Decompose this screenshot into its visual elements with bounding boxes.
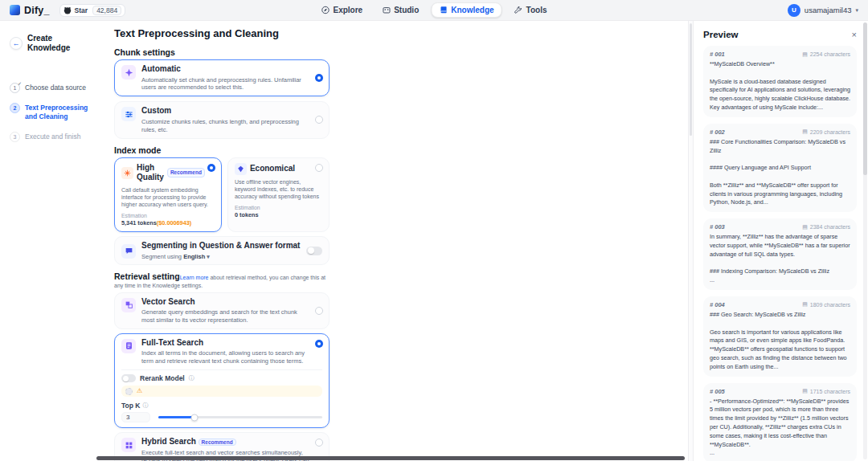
rerank-label: Rerank Model bbox=[140, 374, 185, 382]
tools-icon bbox=[514, 6, 523, 14]
vector-search-icon bbox=[121, 298, 136, 312]
chunk-id: # 001 bbox=[710, 51, 725, 58]
spinning-top-icon bbox=[235, 163, 247, 175]
github-icon bbox=[63, 6, 72, 14]
radio-custom[interactable] bbox=[315, 116, 323, 124]
option-title: Automatic bbox=[141, 64, 311, 75]
preview-chunk-3: # 003 ▤2384 characters In summary, **Zil… bbox=[703, 218, 857, 290]
language-select[interactable]: English ▾ bbox=[183, 253, 210, 260]
option-desc: Generate query embeddings and search for… bbox=[141, 308, 311, 324]
chunk-option-custom[interactable]: Custom Customize chunks rules, chunks le… bbox=[114, 101, 330, 138]
nav-studio[interactable]: Studio bbox=[375, 3, 426, 17]
index-option-economical[interactable]: Economical Use offline vector engines, k… bbox=[227, 157, 330, 233]
back-arrow-icon: ← bbox=[13, 39, 20, 47]
vertical-scrollbar-thumb[interactable] bbox=[690, 23, 692, 136]
chunk-option-automatic[interactable]: Automatic Automatically set chunk and pr… bbox=[114, 59, 330, 96]
option-desc: Use offline vector engines, keyword inde… bbox=[235, 178, 322, 201]
option-desc: Customize chunks rules, chunks length, a… bbox=[141, 118, 311, 134]
hybrid-search-icon bbox=[121, 438, 136, 452]
page-title: Text Preprocessing and Cleaning bbox=[114, 27, 330, 39]
vertical-scrollbar[interactable] bbox=[688, 21, 694, 461]
retrieval-option-fulltext-search[interactable]: Full-Text Search Index all terms in the … bbox=[114, 333, 330, 428]
back-row: ← Create Knowledge bbox=[10, 34, 88, 53]
close-icon[interactable]: × bbox=[852, 31, 857, 39]
topk-input[interactable]: 3 bbox=[121, 412, 150, 422]
nav-knowledge[interactable]: Knowledge bbox=[431, 2, 502, 18]
step-indicator: 3 bbox=[10, 132, 20, 142]
page-body: ← Create Knowledge 1✓ Choose data source… bbox=[0, 21, 868, 461]
topk-slider[interactable] bbox=[158, 414, 322, 422]
index-mode-options: High Quality Recommend Call default syst… bbox=[114, 157, 330, 233]
chunk-text: ### Core Functionalities Comparison: MyS… bbox=[710, 138, 850, 207]
dify-logo[interactable]: Dify_ bbox=[10, 5, 50, 16]
back-button[interactable]: ← bbox=[10, 37, 23, 50]
chunk-text: **MyScaleDB Overview** MyScale is a clou… bbox=[710, 60, 850, 112]
preview-scrollbar-thumb[interactable] bbox=[863, 22, 867, 175]
slider-fill bbox=[158, 416, 194, 418]
learn-more-link[interactable]: Learn more bbox=[180, 275, 209, 280]
preview-chunk-2: # 002 ▤2209 characters ### Core Function… bbox=[703, 124, 857, 212]
chunk-char-count: ▤2209 characters bbox=[802, 129, 850, 135]
preview-chunk-4: # 004 ▤1809 characters ### Geo Search: M… bbox=[703, 296, 857, 377]
index-option-high-quality[interactable]: High Quality Recommend Call default syst… bbox=[114, 157, 222, 233]
caret-down-icon: ▾ bbox=[207, 254, 210, 259]
user-menu[interactable]: U usamajamil43 ▾ bbox=[788, 4, 858, 17]
magic-wand-icon bbox=[121, 65, 136, 80]
step-choose-data-source: 1✓ Choose data source bbox=[10, 82, 88, 93]
horizontal-scrollbar[interactable] bbox=[96, 456, 685, 460]
create-knowledge-sidebar: ← Create Knowledge 1✓ Choose data source… bbox=[0, 21, 95, 461]
preview-scrollbar[interactable] bbox=[863, 22, 867, 459]
estimation-label: Estimation bbox=[121, 213, 215, 218]
rerank-toggle[interactable] bbox=[121, 374, 136, 382]
radio-fulltext-search[interactable] bbox=[315, 340, 323, 348]
estimation-value: 0 tokens bbox=[235, 211, 322, 218]
info-icon: ⓘ bbox=[189, 374, 194, 382]
radio-hybrid-search[interactable] bbox=[315, 439, 323, 447]
dify-logo-text: Dify_ bbox=[24, 5, 50, 16]
chunk-char-count: ▤2384 characters bbox=[802, 224, 850, 230]
characters-icon: ▤ bbox=[802, 301, 808, 308]
chunk-char-count: ▤1809 characters bbox=[802, 301, 850, 308]
warning-icon: ⚠ bbox=[137, 388, 142, 394]
topk-label: Top K bbox=[121, 402, 140, 410]
rerank-model-warning[interactable]: ⚠ bbox=[121, 386, 322, 397]
preview-panel: Preview × # 001 ▤2254 characters **MySca… bbox=[694, 21, 868, 461]
chunk-text: ### Geo Search: MyScaleDB vs Zilliz Geo … bbox=[710, 311, 850, 372]
qa-segmenting-card[interactable]: Segmenting in Question & Answer format S… bbox=[114, 236, 330, 265]
info-icon: ⓘ bbox=[142, 402, 148, 410]
chunk-id: # 002 bbox=[710, 129, 725, 136]
option-title: Hybrid Search Recommend bbox=[141, 437, 311, 447]
radio-automatic[interactable] bbox=[315, 74, 323, 82]
github-star-count: 42,884 bbox=[92, 6, 121, 15]
github-star-label: Star bbox=[75, 6, 88, 14]
option-title: Economical bbox=[250, 164, 295, 174]
user-name: usamajamil43 bbox=[805, 6, 852, 14]
explore-icon bbox=[321, 6, 330, 14]
step-indicator: 1✓ bbox=[10, 83, 20, 93]
option-title: High Quality bbox=[137, 163, 164, 183]
estimation-label: Estimation bbox=[235, 205, 322, 210]
top-header: Dify_ Star 42,884 Explore Studio Knowled… bbox=[0, 0, 868, 21]
retrieval-setting-heading: Retrieval settingLearn more about retrie… bbox=[114, 271, 330, 290]
slider-knob[interactable] bbox=[190, 414, 198, 421]
step-text-preprocessing: 2 Text Preprocessing and Cleaning bbox=[10, 102, 88, 122]
qa-toggle[interactable] bbox=[306, 247, 322, 255]
recommend-badge: Recommend bbox=[167, 168, 205, 177]
nav-tools[interactable]: Tools bbox=[507, 3, 555, 17]
option-title: Custom bbox=[141, 106, 311, 116]
radio-high-quality[interactable] bbox=[207, 164, 215, 172]
characters-icon: ▤ bbox=[802, 129, 808, 135]
chunk-text: - **Performance-Optimized**: **MyScaleDB… bbox=[710, 398, 850, 459]
retrieval-option-vector-search[interactable]: Vector Search Generate query embeddings … bbox=[114, 292, 330, 329]
option-desc: Automatically set chunk and preprocessin… bbox=[141, 76, 311, 92]
step-indicator: 2 bbox=[10, 103, 20, 113]
nav-explore[interactable]: Explore bbox=[313, 3, 370, 17]
knowledge-icon bbox=[439, 6, 448, 14]
check-icon: ✓ bbox=[18, 80, 22, 86]
recommend-badge: Recommend bbox=[199, 439, 236, 446]
header-left: Dify_ Star 42,884 bbox=[10, 4, 125, 17]
characters-icon: ▤ bbox=[802, 51, 808, 58]
radio-economical[interactable] bbox=[315, 164, 323, 172]
github-star-widget[interactable]: Star 42,884 bbox=[59, 4, 126, 17]
radio-vector-search[interactable] bbox=[315, 307, 323, 315]
